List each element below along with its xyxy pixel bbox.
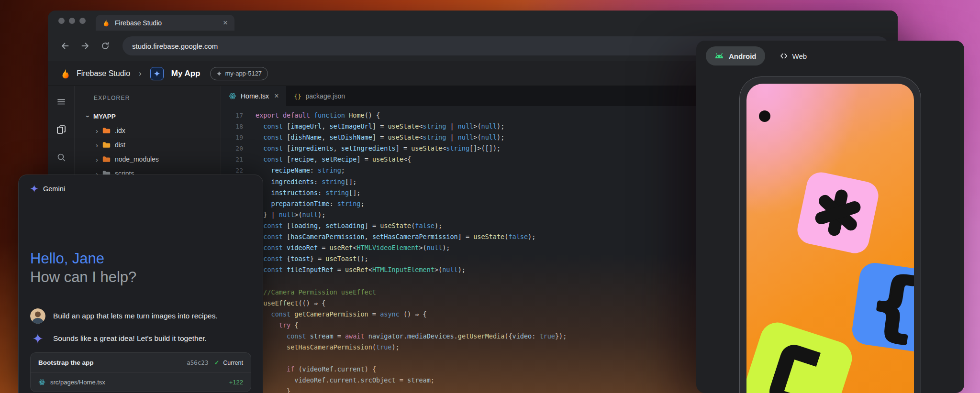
tab-android[interactable]: Android xyxy=(706,46,765,66)
android-robot-icon xyxy=(714,53,724,59)
user-message-row: Build an app that lets me turn images in… xyxy=(30,308,251,324)
device-preview-panel: Android Web { xyxy=(696,41,964,393)
assistant-message-row: Sounds like a great idea! Let's build it… xyxy=(30,333,251,344)
user-message-text: Build an app that lets me turn images in… xyxy=(53,312,218,320)
device-tabs: Android Web xyxy=(696,41,964,66)
task-card-header-row[interactable]: Bootstrap the app a56c23 ✓ Current xyxy=(31,353,251,372)
gemini-sparkle-icon xyxy=(33,333,43,344)
forward-arrow-icon xyxy=(80,41,90,51)
code-line xyxy=(256,353,567,364)
folder-icon xyxy=(102,142,111,148)
code-line xyxy=(256,275,567,286)
explorer-button[interactable] xyxy=(56,124,67,135)
forward-button[interactable] xyxy=(77,37,94,55)
window-controls xyxy=(58,18,86,24)
reload-button[interactable] xyxy=(97,37,114,55)
bootstrap-task-card: Bootstrap the app a56c23 ✓ Current src/p… xyxy=(30,352,251,392)
gemini-sparkle-icon xyxy=(30,185,38,193)
window-zoom-button[interactable] xyxy=(79,18,86,24)
spark-icon xyxy=(154,70,160,77)
editor-tab-label: Home.tsx xyxy=(241,92,269,100)
code-line: ingredients: string[]; xyxy=(256,176,567,187)
browser-tab[interactable]: Firebase Studio × xyxy=(96,15,234,31)
task-card-file-row[interactable]: src/pages/Home.tsx +122 xyxy=(31,372,251,392)
code-line: const stream = await navigator.mediaDevi… xyxy=(256,331,567,342)
chevron-right-icon: › xyxy=(96,156,98,163)
commit-hash: a56c23 xyxy=(187,359,208,366)
back-button[interactable] xyxy=(56,37,74,55)
code-line: const [recipe, setRecipe] = useState<{ xyxy=(256,154,567,165)
tab-close-icon[interactable]: × xyxy=(274,92,278,100)
user-avatar xyxy=(30,308,45,324)
code-line: const fileInputRef = useRef<HTMLInputEle… xyxy=(256,264,567,275)
tree-root-label: MYAPP xyxy=(93,113,116,120)
badge-spark-icon xyxy=(216,71,222,76)
folder-icon xyxy=(102,156,111,163)
tab-close-icon[interactable]: × xyxy=(223,19,228,27)
files-icon xyxy=(56,124,67,135)
curly-brace-icon: { xyxy=(860,263,914,352)
app-id-text: my-app-5127 xyxy=(225,70,262,77)
chevron-down-icon: › xyxy=(85,115,92,118)
tree-root-myapp[interactable]: › MYAPP xyxy=(75,109,221,123)
check-icon: ✓ xyxy=(214,359,219,366)
code-line: } | null>(null); xyxy=(256,209,567,220)
tree-item-dist[interactable]: ›dist xyxy=(75,138,221,152)
reload-icon xyxy=(100,41,110,51)
folder-icon xyxy=(102,127,111,134)
editor-tab-home-tsx[interactable]: Home.tsx × xyxy=(221,86,286,106)
code-line: const getCameraPermission = async () ⇒ { xyxy=(256,309,567,320)
breadcrumb-chevron-icon: › xyxy=(139,69,142,78)
gemini-greeting: Hello, Jane How can I help? xyxy=(30,249,251,286)
code-line: if (videoRef.current) { xyxy=(256,364,567,375)
camera-punch-hole xyxy=(759,110,770,122)
svg-text:{: { xyxy=(868,263,914,349)
phone-mockup: { xyxy=(739,76,921,393)
code-line: try { xyxy=(256,320,567,331)
code-lines: export default function Home() { const [… xyxy=(251,110,567,393)
browser-titlebar: Firebase Studio × xyxy=(48,11,898,31)
editor-tab-label: package.json xyxy=(306,92,345,100)
tree-item-label: node_modules xyxy=(115,155,159,163)
code-line: instructions: string[]; xyxy=(256,187,567,198)
app-name: My App xyxy=(171,69,200,78)
react-icon xyxy=(229,92,236,100)
square-bracket-icon xyxy=(761,339,832,393)
react-icon xyxy=(38,379,45,386)
window-close-button[interactable] xyxy=(58,18,65,24)
code-line: videoRef.current.srcObject = stream; xyxy=(256,375,567,386)
app-id-badge[interactable]: my-app-5127 xyxy=(210,67,268,80)
editor-tab-package-json[interactable]: {} package.json xyxy=(286,86,353,106)
code-line: const {toast} = useToast(); xyxy=(256,253,567,264)
tab-web[interactable]: Web xyxy=(780,52,807,60)
line-number: 20 xyxy=(221,143,243,154)
greeting-line-1: Hello, Jane xyxy=(30,249,251,268)
pink-asterisk-tile xyxy=(795,170,881,256)
gemini-title: Gemini xyxy=(43,185,65,193)
android-tab-label: Android xyxy=(729,52,757,60)
window-minimize-button[interactable] xyxy=(69,18,75,24)
tree-item-node-modules[interactable]: ›node_modules xyxy=(75,152,221,166)
file-path: src/pages/Home.tsx xyxy=(50,379,224,386)
code-line: const [hasCameraPermission, setHasCamera… xyxy=(256,231,567,242)
code-line: const videoRef = useRef<HTMLVideoElement… xyxy=(256,242,567,253)
back-arrow-icon xyxy=(60,41,70,51)
explorer-title: EXPLORER xyxy=(94,95,221,101)
gemini-header: Gemini xyxy=(30,185,251,193)
status-badge: Current xyxy=(223,360,243,366)
url-text: studio.firebase.google.com xyxy=(132,42,218,50)
code-brackets-icon xyxy=(780,53,788,59)
phone-screen: { xyxy=(746,84,914,393)
file-tree-items: ›.idx›dist›node_modules›scripts xyxy=(75,123,221,181)
code-line: //Camera Permission useEffect xyxy=(256,287,567,298)
tree-item--idx[interactable]: ›.idx xyxy=(75,123,221,138)
menu-button[interactable] xyxy=(56,97,67,107)
hamburger-icon xyxy=(56,97,66,107)
braces-icon: {} xyxy=(294,93,301,100)
web-tab-label: Web xyxy=(792,52,807,60)
tab-title: Firebase Studio xyxy=(115,19,162,27)
tree-item-label: .idx xyxy=(115,127,125,134)
firebase-logo-icon xyxy=(60,68,71,79)
search-button[interactable] xyxy=(56,152,67,163)
gemini-panel: Gemini Hello, Jane How can I help? Build… xyxy=(18,175,263,393)
